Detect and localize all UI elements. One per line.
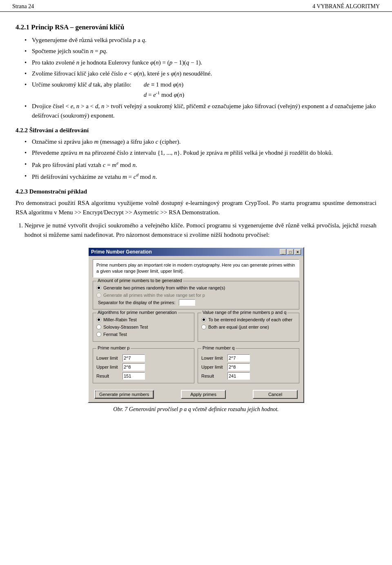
radio-solovay-label: Solovay-Strassen Test xyxy=(103,325,148,329)
page-number: Strana 24 xyxy=(12,3,34,10)
radio-independent-label: To be entered independently of each othe… xyxy=(208,317,292,322)
prime-q-title: Prime number q xyxy=(201,345,236,350)
prime-q-fields: Lower limit Upper limit Result xyxy=(201,354,296,380)
p-lower-row: Lower limit xyxy=(96,354,191,362)
amount-group-title: Amount of prime numbers to be generated xyxy=(96,278,183,283)
demo-text1: Pro demonstraci použití RSA algoritmu vy… xyxy=(16,198,376,218)
section-422-title: 4.2.2 Šifrování a dešifrování xyxy=(16,127,376,134)
amount-group: Amount of prime numbers to be generated … xyxy=(93,281,299,309)
q-upper-label: Upper limit xyxy=(201,365,226,369)
page-content: 4.2.1 Princip RSA – generování klíčů Vyg… xyxy=(0,12,392,420)
cancel-button[interactable]: Cancel xyxy=(253,390,298,399)
close-button[interactable]: × xyxy=(294,249,301,255)
radio-equal[interactable] xyxy=(201,325,206,329)
q-upper-input[interactable] xyxy=(227,363,250,371)
two-group-row: Algorithms for prime number generation M… xyxy=(93,313,299,345)
algorithms-group: Algorithms for prime number generation M… xyxy=(93,313,194,342)
p-lower-label: Lower limit xyxy=(96,356,121,360)
p-lower-input[interactable] xyxy=(122,354,145,362)
q-result-label: Result xyxy=(201,374,226,378)
prime-q-group: Prime number q Lower limit Upper limit xyxy=(198,348,299,383)
radio-fermat[interactable] xyxy=(96,332,101,337)
prime-number-dialog: Prime Number Generation _ □ × Prime numb… xyxy=(88,247,304,403)
dialog-titlebar: Prime Number Generation _ □ × xyxy=(89,248,303,256)
p-result-label: Result xyxy=(96,374,121,378)
list-item: Spočteme jejich součin n = pq. xyxy=(23,47,376,56)
radio-generate-all[interactable] xyxy=(96,293,101,298)
numbered-list: Nejprve je nutné vytvořit dvojici soukro… xyxy=(16,221,376,240)
q-upper-row: Upper limit xyxy=(201,363,296,371)
radio-equal-label: Both are equal (just enter one) xyxy=(208,325,269,329)
radio-generate-all-label: Generate all primes within the value ran… xyxy=(103,293,205,298)
list-item: Dvojice čísel < e, n > a < d, n > tvoří … xyxy=(23,102,376,121)
list-item: Zvolíme šifrovací klíč jako celé číslo e… xyxy=(23,69,376,78)
list-item: Pro takto zvolené n je hodnota Eulerovy … xyxy=(23,58,376,67)
radio-independent[interactable] xyxy=(201,317,206,322)
prime-groups-row: Prime number p Lower limit Upper limit xyxy=(93,348,299,387)
range-radio-2: Both are equal (just enter one) xyxy=(201,325,296,329)
dialog-buttons: Generate prime numbers Apply primes Canc… xyxy=(93,390,299,399)
p-upper-row: Upper limit xyxy=(96,363,191,371)
list-item: Vygenerujeme dvě různá velká prvočísla p… xyxy=(23,36,376,45)
figure-caption: Obr. 7 Generování prvočísel p a q včetně… xyxy=(16,406,376,413)
q-lower-label: Lower limit xyxy=(201,356,226,360)
separator-label: Separator for the display of the primes: xyxy=(98,300,176,305)
bullets-422: Označíme si zprávu jako m (message) a ši… xyxy=(16,137,376,182)
bullets-421: Vygenerujeme dvě různá velká prvočísla p… xyxy=(16,36,376,120)
range-group-title: Value range of the prime numbers p and q xyxy=(201,310,287,315)
separator-input[interactable] xyxy=(179,299,195,306)
algo-radio-1: Miller-Rabin Test xyxy=(96,317,191,322)
p-upper-label: Upper limit xyxy=(96,365,121,369)
q-result-input[interactable] xyxy=(227,372,250,380)
algo-radio-3: Fermat Test xyxy=(96,332,191,337)
separator-row: Separator for the display of the primes: xyxy=(98,299,296,306)
prime-p-group: Prime number p Lower limit Upper limit xyxy=(93,348,194,383)
prime-p-title: Prime number p xyxy=(96,345,131,350)
list-item: Určíme soukromý klíč d tak, aby platilo:… xyxy=(23,80,376,100)
radio-row-1: Generate two primes randomly from within… xyxy=(96,285,296,290)
dialog-title: Prime Number Generation xyxy=(91,249,152,255)
titlebar-buttons: _ □ × xyxy=(280,249,301,255)
chapter-title: 4 VYBRANÉ ALGORITMY xyxy=(312,3,380,10)
algo-group-title: Algorithms for prime number generation xyxy=(96,310,178,315)
p-result-row: Result xyxy=(96,372,191,380)
maximize-button[interactable]: □ xyxy=(287,249,294,255)
radio-row-2: Generate all primes within the value ran… xyxy=(96,293,296,298)
radio-miller-rabin-label: Miller-Rabin Test xyxy=(103,317,137,322)
section-423-title: 4.2.3 Demonstrační příklad xyxy=(16,188,376,195)
dialog-body: Prime numbers play an important role in … xyxy=(89,256,303,402)
list-item: Převedeme zprávu m na přirozené číslo z … xyxy=(23,148,376,158)
radio-generate-two-label: Generate two primes randomly from within… xyxy=(103,285,225,290)
list-item: Při dešifrování vycházíme ze vztahu m = … xyxy=(23,171,376,182)
list-item: Pak pro šifrování platí vztah c = me mod… xyxy=(23,160,376,170)
p-upper-input[interactable] xyxy=(122,363,145,371)
p-result-input[interactable] xyxy=(122,372,145,380)
minimize-button[interactable]: _ xyxy=(280,249,286,255)
radio-miller-rabin[interactable] xyxy=(96,317,101,322)
dialog-intro-text: Prime numbers play an important role in … xyxy=(93,259,299,278)
list-item: Označíme si zprávu jako m (message) a ši… xyxy=(23,137,376,147)
radio-solovay[interactable] xyxy=(96,325,101,329)
range-radio-1: To be entered independently of each othe… xyxy=(201,317,296,322)
algo-radio-2: Solovay-Strassen Test xyxy=(96,325,191,329)
radio-generate-two[interactable] xyxy=(96,285,101,290)
q-lower-row: Lower limit xyxy=(201,354,296,362)
page-header: Strana 24 4 VYBRANÉ ALGORITMY xyxy=(0,0,392,12)
dialog-container: Prime Number Generation _ □ × Prime numb… xyxy=(16,247,376,403)
apply-primes-button[interactable]: Apply primes xyxy=(181,390,226,399)
q-result-row: Result xyxy=(201,372,296,380)
section-421-title: 4.2.1 Princip RSA – generování klíčů xyxy=(16,23,376,31)
radio-fermat-label: Fermat Test xyxy=(103,332,127,337)
q-lower-input[interactable] xyxy=(227,354,250,362)
prime-p-fields: Lower limit Upper limit Result xyxy=(96,354,191,380)
generate-primes-button[interactable]: Generate prime numbers xyxy=(94,390,154,399)
value-range-group: Value range of the prime numbers p and q… xyxy=(198,313,299,342)
list-item: Nejprve je nutné vytvořit dvojici soukro… xyxy=(24,221,376,240)
